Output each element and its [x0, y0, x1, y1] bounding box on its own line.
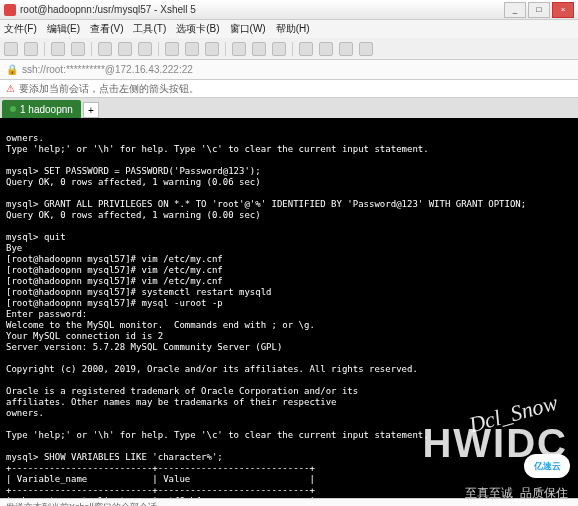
close-button[interactable]: × [552, 2, 574, 18]
menu-window[interactable]: 窗口(W) [230, 22, 266, 36]
toolbar [0, 38, 578, 60]
session-tab[interactable]: 1 hadoopnn [2, 100, 81, 118]
add-tab-button[interactable]: + [83, 102, 99, 118]
paste-icon[interactable] [118, 42, 132, 56]
address-bar[interactable]: 🔒 ssh://root:**********@172.16.43.222:22 [0, 60, 578, 80]
warning-icon: ⚠ [6, 83, 15, 94]
address-text: ssh://root:**********@172.16.43.222:22 [22, 64, 193, 75]
app-icon [4, 4, 16, 16]
tip-bar: ⚠ 要添加当前会话，点击左侧的箭头按钮。 [0, 80, 578, 98]
menu-tools[interactable]: 工具(T) [133, 22, 166, 36]
title-bar: root@hadoopnn:/usr/mysql57 - Xshell 5 _ … [0, 0, 578, 20]
toolbar-separator [292, 42, 293, 56]
menu-help[interactable]: 帮助(H) [276, 22, 310, 36]
toolbar-separator [158, 42, 159, 56]
fullscreen-icon[interactable] [232, 42, 246, 56]
xftp-icon[interactable] [299, 42, 313, 56]
color-icon[interactable] [185, 42, 199, 56]
transparent-icon[interactable] [252, 42, 266, 56]
tile-v-icon[interactable] [339, 42, 353, 56]
tile-h-icon[interactable] [319, 42, 333, 56]
menu-tab[interactable]: 选项卡(B) [176, 22, 219, 36]
open-icon[interactable] [24, 42, 38, 56]
disconnect-icon[interactable] [71, 42, 85, 56]
window-title: root@hadoopnn:/usr/mysql57 - Xshell 5 [20, 4, 502, 15]
toolbar-separator [44, 42, 45, 56]
tip-text: 要添加当前会话，点击左侧的箭头按钮。 [19, 82, 199, 96]
minimize-button[interactable]: _ [504, 2, 526, 18]
broadcast-tip: 发送文本到当前Xshell窗口的全部会话 [0, 498, 578, 506]
reconnect-icon[interactable] [51, 42, 65, 56]
ontop-icon[interactable] [272, 42, 286, 56]
copy-icon[interactable] [98, 42, 112, 56]
menu-view[interactable]: 查看(V) [90, 22, 123, 36]
font-icon[interactable] [205, 42, 219, 56]
terminal-output: owners. Type 'help;' or '\h' for help. T… [6, 133, 572, 498]
status-dot-icon [10, 106, 16, 112]
find-icon[interactable] [138, 42, 152, 56]
menu-edit[interactable]: 编辑(E) [47, 22, 80, 36]
menu-bar: 文件(F) 编辑(E) 查看(V) 工具(T) 选项卡(B) 窗口(W) 帮助(… [0, 20, 578, 38]
terminal[interactable]: owners. Type 'help;' or '\h' for help. T… [0, 118, 578, 498]
new-session-icon[interactable] [4, 42, 18, 56]
tab-label: 1 hadoopnn [20, 104, 73, 115]
menu-file[interactable]: 文件(F) [4, 22, 37, 36]
cascade-icon[interactable] [359, 42, 373, 56]
lock-icon: 🔒 [6, 64, 18, 75]
maximize-button[interactable]: □ [528, 2, 550, 18]
properties-icon[interactable] [165, 42, 179, 56]
toolbar-separator [91, 42, 92, 56]
tab-bar: 1 hadoopnn + [0, 98, 578, 118]
toolbar-separator [225, 42, 226, 56]
